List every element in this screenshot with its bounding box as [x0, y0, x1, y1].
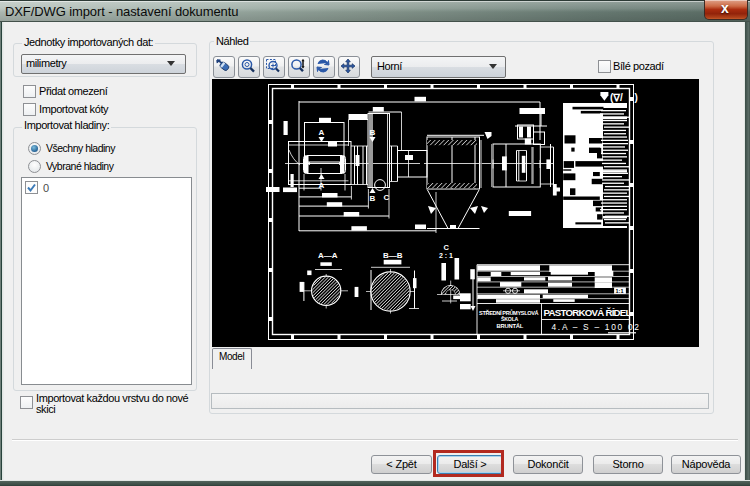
svg-text:BRUNTÁL: BRUNTÁL [497, 323, 524, 329]
svg-text:4.A – S – 100 02: 4.A – S – 100 02 [552, 322, 641, 332]
svg-text:C: C [384, 193, 390, 202]
svg-text:2 : 1: 2 : 1 [439, 252, 453, 259]
svg-text:STŘEDNÍ PRŮMYSLOVÁ: STŘEDNÍ PRŮMYSLOVÁ [479, 309, 539, 316]
svg-text:B—B: B—B [383, 251, 403, 260]
svg-text:1:1: 1:1 [616, 288, 624, 294]
svg-text:B: B [370, 194, 376, 203]
svg-text:): ) [635, 92, 638, 103]
svg-text:(∇/: (∇/ [610, 92, 623, 103]
svg-text:PASTORKOVÁ ŘÍDEL: PASTORKOVÁ ŘÍDEL [544, 307, 632, 318]
svg-text:B: B [370, 128, 376, 137]
svg-text:A—A: A—A [318, 251, 338, 260]
svg-text:ŠKOLA: ŠKOLA [501, 315, 519, 322]
svg-text:A: A [319, 128, 325, 137]
svg-text:A: A [319, 181, 325, 190]
